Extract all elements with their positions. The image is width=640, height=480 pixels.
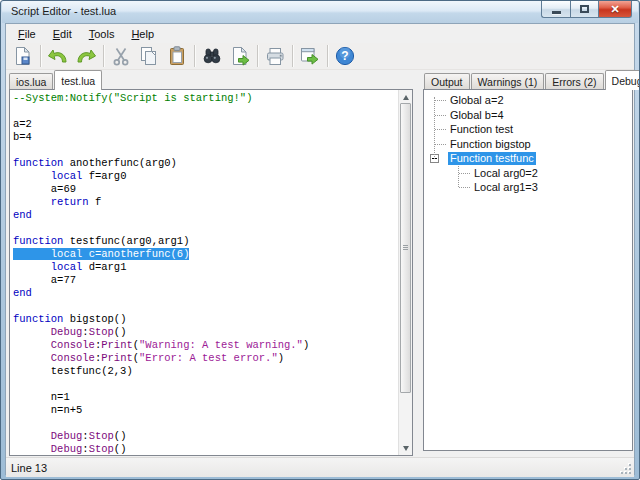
cut-icon <box>110 45 132 67</box>
undo-button[interactable] <box>44 43 72 69</box>
toolbar-separator <box>194 45 195 67</box>
code-line[interactable]: a=69 <box>13 183 397 196</box>
code-line[interactable]: Console:Print("Warning: A test warning."… <box>13 339 397 352</box>
tab-ios-lua[interactable]: ios.lua <box>9 73 53 89</box>
find-button[interactable] <box>198 43 226 69</box>
code-line[interactable]: Console:Print("Error: A test error.") <box>13 352 397 365</box>
code-line[interactable] <box>13 222 397 235</box>
code-line[interactable]: function bigstop() <box>13 313 397 326</box>
menu-tools[interactable]: Tools <box>81 26 123 42</box>
resize-grip[interactable] <box>620 463 632 475</box>
code-line[interactable]: return f <box>13 196 397 209</box>
tree-connector <box>435 129 446 130</box>
scroll-down-arrow[interactable] <box>399 441 413 455</box>
toolbar-separator <box>103 45 104 67</box>
code-line[interactable]: a=2 <box>13 118 397 131</box>
output-panel-tabs: OutputWarnings (1)Errors (2)Debug <box>424 70 640 89</box>
code-line[interactable]: local f=arg0 <box>13 170 397 183</box>
toolbar-separator <box>40 45 41 67</box>
copy-button[interactable] <box>135 43 163 69</box>
code-line[interactable]: n=1 <box>13 391 397 404</box>
code-line[interactable] <box>13 144 397 157</box>
code-line[interactable]: local d=arg1 <box>13 261 397 274</box>
code-line[interactable]: end <box>13 287 397 300</box>
scrollbar-grip-icon <box>403 245 408 251</box>
code-line[interactable]: a=77 <box>13 274 397 287</box>
tree-connector <box>435 100 446 101</box>
code-line[interactable]: b=4 <box>13 131 397 144</box>
code-line[interactable]: function anotherfunc(arg0) <box>13 157 397 170</box>
save-button[interactable] <box>9 43 37 69</box>
code-line[interactable]: testfunc(2,3) <box>13 365 397 378</box>
tree-item-local-arg1-3[interactable]: Local arg1=3 <box>424 180 632 195</box>
editor-vertical-scrollbar[interactable] <box>398 90 412 455</box>
redo-icon <box>75 45 97 67</box>
maximize-button[interactable] <box>570 1 599 18</box>
tab-test-lua[interactable]: test.lua <box>54 70 102 90</box>
tree-item-function-test[interactable]: Function test <box>424 122 632 137</box>
code-line[interactable]: --System:Notify("Script is starting!") <box>13 92 397 105</box>
tab-errors-2[interactable]: Errors (2) <box>545 73 603 89</box>
status-line-indicator: Line 13 <box>6 462 47 474</box>
close-icon: ✕ <box>610 2 619 17</box>
redo-button[interactable] <box>72 43 100 69</box>
tree-item-global-b-4[interactable]: Global b=4 <box>424 108 632 123</box>
tab-output[interactable]: Output <box>424 73 470 89</box>
down-arrow-icon <box>403 446 409 451</box>
code-line[interactable]: local c=anotherfunc(6) <box>13 248 397 261</box>
tree-item-function-bigstop[interactable]: Function bigstop <box>424 137 632 152</box>
minimize-button[interactable] <box>541 1 570 18</box>
save-icon <box>12 45 34 67</box>
menu-edit[interactable]: Edit <box>45 26 80 42</box>
help-button[interactable]: ? <box>331 43 359 69</box>
print-button[interactable] <box>261 43 289 69</box>
tree-item-label: Local arg0=2 <box>472 167 540 180</box>
menu-bar: FileEditToolsHelp <box>6 25 634 43</box>
code-text-area[interactable]: --System:Notify("Script is starting!") a… <box>10 90 397 455</box>
undo-icon <box>47 45 69 67</box>
code-line[interactable]: Debug:Stop() <box>13 326 397 339</box>
panel-splitter[interactable] <box>413 89 423 456</box>
scrollbar-thumb[interactable] <box>400 103 411 393</box>
debug-tree[interactable]: Global a=2Global b=4Function testFunctio… <box>424 90 632 450</box>
caption-buttons: ✕ <box>541 1 632 18</box>
code-line[interactable] <box>13 300 397 313</box>
code-line[interactable] <box>13 417 397 430</box>
toolbar-separator <box>327 45 328 67</box>
tree-item-label: Local arg1=3 <box>472 181 540 194</box>
selected-line-highlight: local c=anotherfunc(6) <box>13 248 189 260</box>
debug-tree-panel: Global a=2Global b=4Function testFunctio… <box>423 89 633 451</box>
close-button[interactable]: ✕ <box>599 1 632 18</box>
tab-warnings-1[interactable]: Warnings (1) <box>471 73 545 89</box>
code-line[interactable] <box>13 105 397 118</box>
code-line[interactable]: end <box>13 209 397 222</box>
print-icon <box>264 45 286 67</box>
code-line[interactable]: n=n+5 <box>13 404 397 417</box>
export-button[interactable] <box>226 43 254 69</box>
toolbar-separator <box>292 45 293 67</box>
tree-connector <box>459 173 470 174</box>
scroll-up-arrow[interactable] <box>399 90 413 104</box>
tree-item-label: Function test <box>448 123 515 136</box>
paste-button[interactable] <box>163 43 191 69</box>
code-line[interactable]: Debug:Stop() <box>13 430 397 443</box>
maximize-icon <box>580 5 589 13</box>
code-line[interactable]: Debug:Stop() <box>13 443 397 455</box>
tree-connector <box>435 115 446 116</box>
cut-button[interactable] <box>107 43 135 69</box>
run-button[interactable] <box>296 43 324 69</box>
tree-item-label: Global a=2 <box>448 94 506 107</box>
minimize-icon <box>552 11 561 14</box>
code-editor[interactable]: --System:Notify("Script is starting!") a… <box>9 89 413 456</box>
editor-tabs: ios.luatest.lua <box>9 70 103 89</box>
tab-debug[interactable]: Debug <box>605 70 640 90</box>
code-line[interactable]: function testfunc(arg0,arg1) <box>13 235 397 248</box>
menu-file[interactable]: File <box>10 26 44 42</box>
svg-text:?: ? <box>341 49 348 63</box>
code-line[interactable] <box>13 378 397 391</box>
tree-guide-line <box>434 97 435 159</box>
tree-item-global-a-2[interactable]: Global a=2 <box>424 93 632 108</box>
tree-item-local-arg0-2[interactable]: Local arg0=2 <box>424 166 632 181</box>
menu-help[interactable]: Help <box>123 26 162 42</box>
tree-item-function-testfunc[interactable]: Function testfunc <box>424 151 632 166</box>
